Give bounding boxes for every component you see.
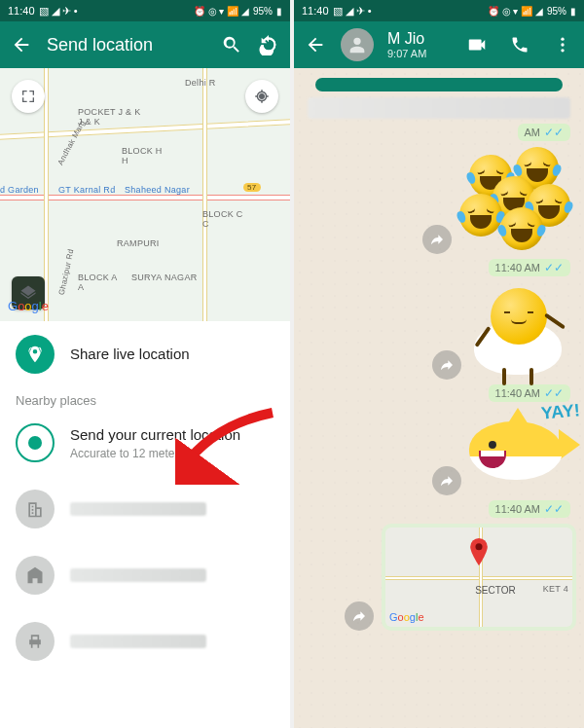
map-area-label: BLOCK AA	[78, 273, 118, 292]
live-location-icon	[16, 335, 55, 374]
message-time: 11:40 AM✓✓	[489, 259, 570, 276]
message-row: SECTOR KET 4 Google	[302, 524, 576, 631]
svg-point-0	[561, 38, 564, 41]
sticker-egg[interactable]	[469, 282, 576, 380]
redacted-label	[70, 635, 206, 648]
map-road-label: d Garden	[0, 185, 39, 195]
app-bar: Send location	[0, 21, 290, 68]
left-screen: 11:40 ▧ ◢ ✈ • ⏰ ◎ ▾ 📶 ◢ 95% ▮ Send locat…	[0, 0, 290, 728]
more-icon[interactable]	[551, 33, 574, 56]
options-list: Share live location Nearby places Send y…	[0, 321, 290, 728]
fullscreen-icon[interactable]	[12, 80, 45, 113]
redacted-message	[308, 97, 570, 119]
forward-icon[interactable]	[432, 350, 461, 380]
nearby-place-item[interactable]	[0, 608, 290, 674]
status-icons-right: ⏰ ◎ ▾ 📶 ◢	[194, 6, 249, 17]
nearby-place-item[interactable]	[0, 476, 290, 542]
send-current-title: Send your current location	[70, 425, 240, 445]
redacted-label	[70, 568, 206, 582]
map-road-label: Ghazipur Rd	[57, 248, 76, 296]
send-current-location-button[interactable]: Send your current location Accurate to 1…	[0, 410, 290, 476]
google-logo: Google	[389, 611, 424, 623]
map-area-label: BLOCK HH	[122, 146, 163, 165]
target-icon	[16, 423, 55, 462]
status-time: 11:40	[302, 5, 329, 17]
video-call-icon[interactable]	[465, 33, 489, 56]
back-icon[interactable]	[304, 33, 327, 56]
map-area-label: SECTOR	[475, 585, 516, 596]
message-time: 11:40 AM✓✓	[489, 500, 570, 518]
read-ticks-icon: ✓✓	[544, 127, 564, 138]
status-bar: 11:40 ▧ ◢ ✈ • ⏰ ◎ ▾ 📶 ◢ 95% ▮	[0, 0, 290, 21]
avatar[interactable]	[341, 28, 374, 61]
forward-icon[interactable]	[345, 601, 374, 631]
map-pin-icon	[468, 538, 490, 567]
location-message[interactable]: SECTOR KET 4 Google	[382, 524, 576, 631]
map-road-label: Shaheed Nagar	[125, 185, 190, 195]
voice-call-icon[interactable]	[508, 33, 531, 56]
search-icon[interactable]	[220, 33, 243, 56]
status-bar: 11:40 ▧ ◢ ✈ • ⏰ ◎ ▾ 📶 ◢ 95% ▮	[294, 0, 584, 21]
forward-icon[interactable]	[432, 466, 461, 495]
right-screen: 11:40 ▧ ◢ ✈ • ⏰ ◎ ▾ 📶 ◢ 95% ▮ M Jio 9:07…	[294, 0, 584, 728]
svg-point-3	[475, 543, 482, 550]
sticker-baby-shark[interactable]: YAY!	[469, 408, 576, 495]
map-area-label: BLOCK CC	[202, 209, 243, 229]
nearby-place-item[interactable]	[0, 542, 290, 608]
my-location-icon[interactable]	[245, 80, 278, 113]
map-road-label: Delhi R	[185, 78, 216, 88]
message-row: YAY!	[302, 408, 576, 495]
highway-shield: 57	[243, 183, 261, 192]
refresh-icon[interactable]	[257, 33, 280, 56]
map-road-label: Andhak Marg	[56, 119, 88, 166]
share-live-label: Share live location	[70, 345, 190, 364]
message-time: AM✓✓	[518, 124, 571, 141]
map-area-label: SURYA NAGAR	[131, 273, 198, 282]
chat-area[interactable]: AM✓✓ 11:40 AM✓✓	[294, 68, 584, 728]
chat-app-bar: M Jio 9:07 AM	[294, 21, 584, 68]
status-icons-right: ⏰ ◎ ▾ 📶 ◢	[488, 6, 543, 17]
read-ticks-icon: ✓✓	[544, 262, 564, 273]
map-area-label: RAMPURI	[117, 238, 160, 248]
battery-icon: ▮	[276, 6, 282, 17]
sticker-rofl[interactable]	[459, 147, 576, 254]
status-icons-left: ▧ ◢ ✈ •	[333, 5, 372, 18]
forward-icon[interactable]	[422, 225, 452, 254]
page-title: Send location	[47, 35, 206, 55]
status-icons-left: ▧ ◢ ✈ •	[39, 5, 78, 18]
status-battery: 95%	[547, 6, 566, 17]
message-row	[302, 282, 576, 380]
message-row	[302, 147, 576, 254]
contact-name: M Jio	[387, 30, 426, 48]
battery-icon: ▮	[570, 6, 576, 17]
status-battery: 95%	[253, 6, 273, 17]
chair-icon	[16, 622, 55, 661]
map-view[interactable]: POCKET J & KJ & K BLOCK HH BLOCK CC RAMP…	[0, 68, 290, 321]
svg-point-1	[561, 43, 564, 46]
back-icon[interactable]	[10, 33, 33, 56]
send-current-sub: Accurate to 12 meters	[70, 447, 240, 460]
redacted-label	[70, 502, 206, 516]
chat-header-title[interactable]: M Jio 9:07 AM	[387, 30, 426, 59]
sticker-text: YAY!	[540, 400, 580, 423]
building-icon	[16, 490, 55, 528]
map-area-label: POCKET J & KJ & K	[78, 107, 140, 127]
live-location-banner[interactable]	[315, 78, 563, 91]
svg-point-2	[561, 49, 564, 52]
read-ticks-icon: ✓✓	[544, 503, 564, 515]
share-live-location-button[interactable]: Share live location	[0, 321, 290, 387]
building-icon	[16, 556, 55, 595]
map-area-label: KET 4	[543, 584, 568, 594]
status-time: 11:40	[8, 5, 35, 17]
google-logo: Google	[8, 299, 49, 313]
map-road-label: GT Karnal Rd	[58, 185, 115, 195]
nearby-places-header: Nearby places	[0, 387, 290, 410]
contact-last-seen: 9:07 AM	[387, 48, 426, 59]
